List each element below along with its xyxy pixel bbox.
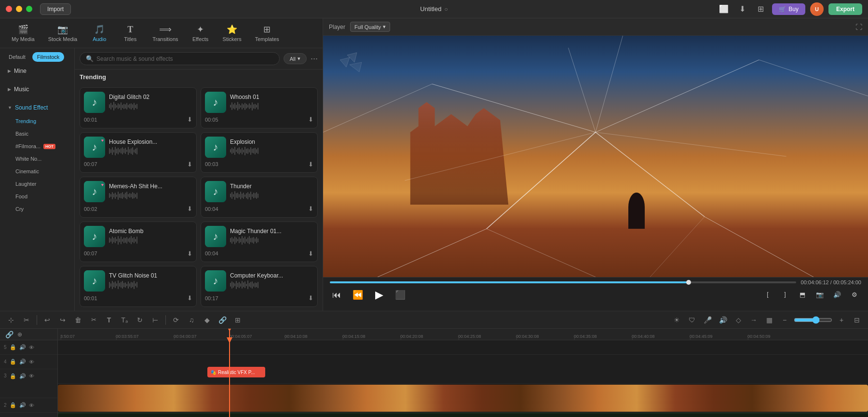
download-icon[interactable]: ⬇ — [187, 205, 192, 212]
zoom-range-input[interactable] — [794, 316, 832, 324]
filter-button[interactable]: All ▾ — [284, 53, 307, 64]
download-icon[interactable]: ⬇ — [308, 294, 313, 302]
marker-button[interactable]: ◆ — [201, 314, 213, 326]
close-button[interactable] — [6, 6, 12, 12]
audio-icon-audio[interactable]: 🔊 — [19, 402, 26, 408]
audio-card-explosion[interactable]: ♪ Explosion — [201, 132, 318, 173]
bracket-start-icon[interactable]: [ — [761, 288, 774, 301]
audio-card-digital-glitch-02[interactable]: ♪ Digital Glitch 02 — [80, 87, 197, 128]
nav-audio[interactable]: 🎵 Audio — [85, 22, 114, 44]
bracket-end-icon[interactable]: ] — [778, 288, 792, 301]
sub-item-trending[interactable]: Trending — [6, 115, 72, 127]
download-icon[interactable]: ⬇ — [187, 161, 192, 168]
sub-item-laughter[interactable]: Laughter — [6, 178, 72, 190]
volume-icon[interactable]: 🔊 — [830, 288, 844, 301]
tab-default[interactable]: Default — [4, 52, 30, 62]
sub-item-white-noise[interactable]: White No... — [6, 153, 72, 165]
text-tool-button[interactable]: T — [103, 314, 115, 326]
group-button[interactable]: ⊞ — [231, 314, 244, 326]
minimize-button[interactable] — [16, 6, 22, 12]
lock-icon-5[interactable]: 🔒 — [10, 344, 16, 350]
shield-icon[interactable]: 🛡 — [686, 314, 698, 326]
download-icon[interactable]: ⬇ — [308, 250, 313, 257]
split-button[interactable]: ⊢ — [149, 314, 162, 326]
sub-item-basic[interactable]: Basic — [6, 127, 72, 140]
avatar[interactable]: U — [810, 2, 824, 16]
buy-button[interactable]: 🛒 Buy — [772, 3, 805, 15]
lock-icon-3[interactable]: 🔒 — [10, 373, 16, 379]
nav-my-media[interactable]: 🎬 My Media — [6, 22, 41, 44]
audio-icon-5[interactable]: 🔊 — [19, 344, 26, 350]
download-icon[interactable]: ⬇ — [187, 250, 192, 257]
import-button[interactable]: Import — [40, 3, 71, 15]
more-options-button[interactable]: ··· — [311, 54, 318, 64]
mic-icon[interactable]: 🎤 — [701, 314, 714, 326]
subtitle-icon[interactable]: ▦ — [763, 314, 775, 326]
sidebar-item-mine[interactable]: ▶ Mine — [2, 64, 72, 78]
audio-card-house-explosion[interactable]: ♥ ♪ House Explosion... — [80, 132, 197, 173]
sub-item-filmoraa[interactable]: #Filmora... HOT — [6, 140, 72, 153]
link-button[interactable]: 🔗 — [216, 314, 229, 326]
audio-card-atomic-bomb[interactable]: ♪ Atomic Bomb — [80, 222, 197, 263]
motion-icon[interactable]: → — [747, 314, 760, 326]
fullscreen-icon[interactable]: ⛶ — [855, 23, 862, 31]
voice-icon[interactable]: 🔊 — [717, 314, 729, 326]
audio-card-magic-thunder[interactable]: ♪ Magic Thunder 01... — [201, 222, 318, 263]
progress-bar[interactable] — [330, 281, 796, 283]
audio-mix-button[interactable]: ♫ — [185, 314, 198, 326]
step-back-button[interactable]: ⏮ — [330, 288, 343, 302]
screenshot-icon[interactable]: 📷 — [813, 288, 827, 301]
nav-stock-media[interactable]: 📷 Stock Media — [42, 22, 83, 44]
download-icon[interactable]: ⬇ — [308, 205, 313, 212]
undo-button[interactable]: ↩ — [41, 314, 54, 326]
transform-button[interactable]: ⟳ — [170, 314, 182, 326]
lock-icon-audio[interactable]: 🔒 — [10, 402, 16, 408]
search-input[interactable] — [96, 56, 273, 62]
delete-button[interactable]: 🗑 — [72, 314, 84, 326]
text-transform-button[interactable]: Tₐ — [118, 314, 131, 326]
download-icon[interactable]: ⬇ — [187, 294, 192, 302]
plus-icon[interactable]: + — [835, 314, 848, 326]
minus-icon[interactable]: − — [778, 314, 791, 326]
effect-clip[interactable]: 🎭 Realistic VFX P... — [207, 367, 265, 377]
audio-waveform-strip[interactable] — [58, 414, 868, 417]
sidebar-item-music[interactable]: ▶ Music — [2, 82, 72, 97]
nav-templates[interactable]: ⊞ Templates — [249, 22, 285, 44]
play-button[interactable]: ▶ — [372, 288, 386, 302]
sub-item-food[interactable]: Food — [6, 190, 72, 203]
rotate-button[interactable]: ↻ — [134, 314, 146, 326]
download-icon[interactable]: ⬇ — [308, 161, 313, 168]
video-strip[interactable] — [58, 385, 868, 412]
quality-select[interactable]: Full Quality ▾ — [350, 22, 390, 32]
nav-transitions[interactable]: ⟹ Transitions — [147, 22, 184, 44]
select-tool-button[interactable]: ⊹ — [5, 314, 17, 326]
eye-icon-4[interactable]: 👁 — [29, 359, 34, 365]
trim-tool-button[interactable]: ✂ — [20, 314, 33, 326]
maximize-button[interactable] — [26, 6, 32, 12]
download-cloud-icon[interactable]: ⬇ — [735, 2, 749, 16]
sub-item-cinematic[interactable]: Cinematic — [6, 165, 72, 178]
eye-icon-3[interactable]: 👁 — [29, 373, 34, 379]
nav-effects[interactable]: ✦ Effects — [186, 22, 215, 44]
nav-stickers[interactable]: ⭐ Stickers — [217, 22, 247, 44]
audio-card-computer-keyboard[interactable]: ♪ Computer Keyboar... — [201, 266, 318, 307]
download-icon[interactable]: ⬇ — [187, 116, 192, 123]
lock-icon-4[interactable]: 🔒 — [10, 359, 16, 365]
grid-icon[interactable]: ⊞ — [754, 2, 767, 16]
magnet-button[interactable]: ⊕ — [14, 329, 25, 340]
brightness-icon[interactable]: ☀ — [670, 314, 683, 326]
stop-button[interactable]: ⬛ — [393, 288, 407, 302]
audio-card-memes[interactable]: ♥ ♪ Memes-Ah Shit He... — [80, 177, 197, 218]
add-track-button[interactable]: 🔗 — [4, 329, 14, 340]
nav-titles[interactable]: T Titles — [116, 23, 145, 44]
download-icon[interactable]: ⬇ — [308, 116, 313, 123]
audio-card-whoosh-01[interactable]: ♪ Whoosh 01 — [201, 87, 318, 128]
audio-card-thunder[interactable]: ♪ Thunder — [201, 177, 318, 218]
sidebar-item-sound-effect[interactable]: ▼ Sound Effect — [2, 100, 72, 115]
keyframe-icon[interactable]: ◇ — [732, 314, 745, 326]
settings-icon[interactable]: ⚙ — [848, 288, 861, 301]
eye-icon-audio[interactable]: 👁 — [29, 403, 34, 408]
audio-icon-3[interactable]: 🔊 — [19, 373, 26, 379]
monitor-icon[interactable]: ⬜ — [717, 2, 731, 16]
audio-icon-4[interactable]: 🔊 — [19, 359, 26, 365]
